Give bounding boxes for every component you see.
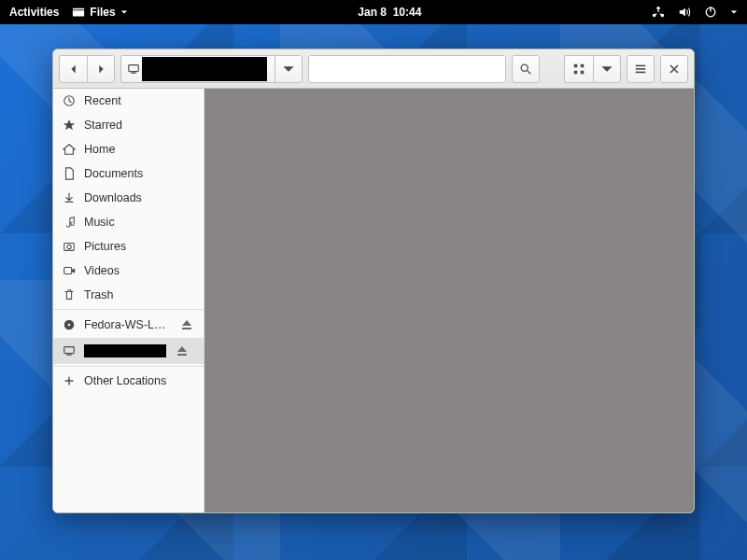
sidebar-item-label: Trash <box>84 288 194 301</box>
sidebar-item-label: Home <box>84 143 194 156</box>
location-entry-wrap <box>308 55 506 83</box>
sidebar-item-videos[interactable]: Videos <box>53 259 204 283</box>
power-icon[interactable] <box>704 6 717 19</box>
sidebar-item-label: Documents <box>84 167 194 180</box>
sidebar-separator <box>53 309 204 310</box>
pathbar-device-button[interactable] <box>120 55 275 83</box>
svg-rect-7 <box>129 64 139 71</box>
sidebar-item-label: Starred <box>84 119 194 132</box>
sidebar-item-home[interactable]: Home <box>53 137 204 161</box>
svg-rect-11 <box>581 63 585 67</box>
sidebar-item-pictures[interactable]: Pictures <box>53 234 204 259</box>
sidebar-item-other-locations[interactable]: Other Locations <box>53 369 204 393</box>
gnome-topbar: Activities Files Jan 8 10:44 <box>0 0 747 24</box>
home-icon <box>63 143 76 156</box>
files-app-icon <box>72 6 85 19</box>
view-grid-button[interactable] <box>564 55 593 83</box>
star-icon <box>63 119 76 132</box>
svg-rect-1 <box>73 9 84 10</box>
sidebar-item-label: Music <box>84 216 194 229</box>
sidebar-item-recent[interactable]: Recent <box>53 89 204 113</box>
disc-icon <box>63 318 76 331</box>
sidebar-item-documents[interactable]: Documents <box>53 161 204 186</box>
sidebar-item-label: Pictures <box>84 240 194 253</box>
svg-rect-20 <box>64 268 72 274</box>
svg-point-22 <box>68 324 71 327</box>
sidebar-item-starred[interactable]: Starred <box>53 113 204 137</box>
svg-rect-10 <box>574 63 578 67</box>
music-icon <box>63 216 76 229</box>
svg-rect-23 <box>64 347 75 354</box>
activities-button[interactable]: Activities <box>9 6 59 19</box>
app-menu-label: Files <box>90 6 115 19</box>
sidebar-item-label: Videos <box>84 264 194 277</box>
svg-rect-14 <box>636 64 646 66</box>
sidebar-item-mounted-device[interactable] <box>53 338 204 364</box>
clock[interactable]: Jan 8 10:44 <box>358 6 421 19</box>
back-button[interactable] <box>59 55 87 83</box>
svg-rect-12 <box>574 70 578 74</box>
headerbar <box>53 49 694 89</box>
sidebar-item-downloads[interactable]: Downloads <box>53 186 204 210</box>
download-icon <box>63 191 76 204</box>
clock-date: Jan 8 <box>358 6 387 19</box>
chevron-down-icon[interactable] <box>730 8 738 16</box>
close-button[interactable] <box>660 55 688 83</box>
hamburger-menu-button[interactable] <box>627 55 655 83</box>
chevron-down-icon <box>120 8 128 16</box>
sidebar-item-label-redacted <box>84 344 166 357</box>
sidebar-item-label: Fedora-WS-L… <box>84 318 171 331</box>
trash-icon <box>63 288 76 301</box>
pathbar <box>120 55 303 83</box>
sidebar-item-label: Downloads <box>84 191 194 204</box>
svg-point-19 <box>67 245 71 248</box>
document-icon <box>63 167 76 180</box>
svg-rect-8 <box>131 72 135 73</box>
eject-button[interactable] <box>175 343 190 358</box>
volume-icon[interactable] <box>678 6 691 19</box>
nautilus-window: Recent Starred Home Documents Downloads … <box>52 49 695 513</box>
sidebar-item-disk-fedora[interactable]: Fedora-WS-L… <box>53 312 204 338</box>
nav-buttons <box>59 55 115 83</box>
forward-button[interactable] <box>87 55 115 83</box>
view-options-dropdown[interactable] <box>593 55 621 83</box>
sidebar-item-trash[interactable]: Trash <box>53 283 204 307</box>
computer-icon <box>63 344 76 357</box>
svg-rect-24 <box>66 355 71 356</box>
clock-icon <box>63 94 76 107</box>
sidebar-item-music[interactable]: Music <box>53 210 204 234</box>
network-icon[interactable] <box>652 6 665 19</box>
svg-point-9 <box>521 64 528 71</box>
svg-rect-15 <box>636 68 646 70</box>
app-menu[interactable]: Files <box>72 6 127 19</box>
file-view-content[interactable] <box>204 89 694 512</box>
svg-point-2 <box>656 7 660 10</box>
computer-icon <box>127 63 140 76</box>
eject-button[interactable] <box>179 317 194 332</box>
plus-icon <box>63 374 76 387</box>
location-entry[interactable] <box>308 55 506 83</box>
sidebar: Recent Starred Home Documents Downloads … <box>53 89 204 512</box>
svg-rect-16 <box>636 71 646 73</box>
sidebar-separator <box>53 366 204 367</box>
svg-rect-18 <box>64 244 75 251</box>
svg-rect-13 <box>581 70 585 74</box>
camera-icon <box>63 240 76 253</box>
pathbar-dropdown[interactable] <box>275 55 303 83</box>
clock-time: 10:44 <box>393 6 422 19</box>
svg-rect-6 <box>710 7 711 11</box>
search-button[interactable] <box>512 55 540 83</box>
pathbar-label-redacted <box>142 57 267 81</box>
video-icon <box>63 264 76 277</box>
sidebar-item-label: Other Locations <box>84 374 194 387</box>
svg-rect-0 <box>73 8 84 17</box>
sidebar-item-label: Recent <box>84 94 194 107</box>
